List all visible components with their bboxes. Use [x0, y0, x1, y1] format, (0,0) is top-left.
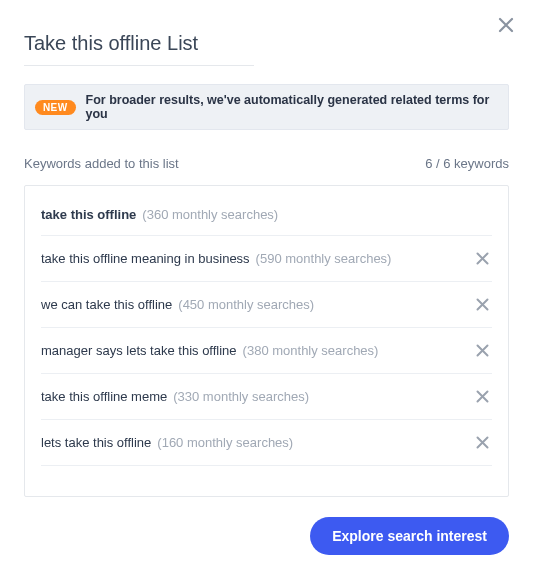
keyword-term: take this offline meaning in business: [41, 251, 250, 266]
explore-button[interactable]: Explore search interest: [310, 517, 509, 555]
remove-keyword-icon[interactable]: [473, 341, 492, 360]
list-header: Keywords added to this list 6 / 6 keywor…: [24, 156, 509, 171]
notice-banner: NEW For broader results, we've automatic…: [24, 84, 509, 130]
keyword-list: take this offline(360 monthly searches)t…: [24, 185, 509, 497]
keyword-meta: (330 monthly searches): [173, 389, 309, 404]
keyword-row: lets take this offline(160 monthly searc…: [41, 420, 492, 466]
keywords-count: 6 / 6 keywords: [425, 156, 509, 171]
keyword-row-left: manager says lets take this offline(380 …: [41, 343, 378, 358]
keyword-row: take this offline meme(330 monthly searc…: [41, 374, 492, 420]
keyword-row: we can take this offline(450 monthly sea…: [41, 282, 492, 328]
keyword-meta: (590 monthly searches): [256, 251, 392, 266]
keywords-added-label: Keywords added to this list: [24, 156, 179, 171]
remove-keyword-icon[interactable]: [473, 249, 492, 268]
new-badge: NEW: [35, 100, 76, 115]
keyword-meta: (380 monthly searches): [243, 343, 379, 358]
keyword-row-left: take this offline meaning in business(59…: [41, 251, 391, 266]
keyword-term: we can take this offline: [41, 297, 172, 312]
keyword-term: lets take this offline: [41, 435, 151, 450]
keyword-row: take this offline(360 monthly searches): [41, 194, 492, 236]
keyword-row-left: take this offline meme(330 monthly searc…: [41, 389, 309, 404]
keyword-row: manager says lets take this offline(380 …: [41, 328, 492, 374]
modal-title: Take this offline List: [24, 32, 254, 66]
notice-text: For broader results, we've automatically…: [86, 93, 498, 121]
keyword-row-left: lets take this offline(160 monthly searc…: [41, 435, 293, 450]
keyword-row: take this offline meaning in business(59…: [41, 236, 492, 282]
remove-keyword-icon[interactable]: [473, 433, 492, 452]
keyword-meta: (450 monthly searches): [178, 297, 314, 312]
keyword-term: manager says lets take this offline: [41, 343, 237, 358]
modal-footer: Explore search interest: [24, 517, 509, 555]
keyword-term: take this offline meme: [41, 389, 167, 404]
remove-keyword-icon[interactable]: [473, 387, 492, 406]
keyword-row-left: take this offline(360 monthly searches): [41, 207, 278, 222]
modal-container: Take this offline List NEW For broader r…: [0, 0, 533, 561]
remove-keyword-icon[interactable]: [473, 295, 492, 314]
close-icon[interactable]: [497, 16, 515, 34]
keyword-meta: (160 monthly searches): [157, 435, 293, 450]
keyword-meta: (360 monthly searches): [142, 207, 278, 222]
keyword-row-left: we can take this offline(450 monthly sea…: [41, 297, 314, 312]
keyword-term: take this offline: [41, 207, 136, 222]
